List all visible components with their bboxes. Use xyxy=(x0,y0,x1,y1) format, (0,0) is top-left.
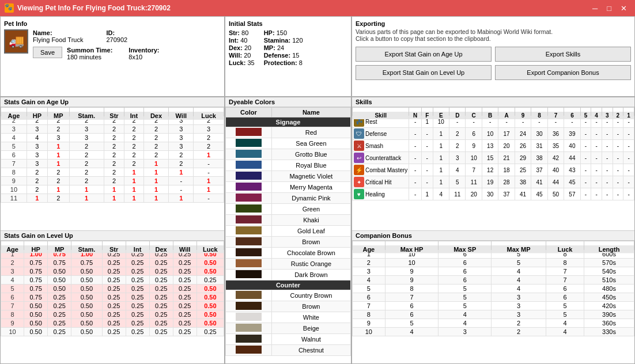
table-cell: 4 xyxy=(1,134,27,142)
table-cell: 0.25 xyxy=(149,318,173,327)
table-cell: 9 xyxy=(1,177,27,185)
skill-value-cell: 38 xyxy=(515,176,531,188)
stat-label: Luck: xyxy=(229,59,245,66)
table-cell: 3 xyxy=(27,142,47,151)
skill-value-cell: - xyxy=(613,128,623,140)
table-row: 631222221 xyxy=(1,151,224,160)
companion-cell: 420s xyxy=(584,301,634,310)
table-row: 70.500.250.500.250.250.250.250.50 xyxy=(1,301,224,310)
skill-value-cell: 35 xyxy=(547,140,564,152)
table-cell: 1 xyxy=(143,185,169,194)
skill-value-cell: - xyxy=(591,176,602,188)
table-cell: 0.75 xyxy=(24,284,48,293)
color-swatch xyxy=(236,215,262,223)
companion-cell: 6 xyxy=(439,258,492,267)
skill-value-cell: 3 xyxy=(449,152,466,164)
companion-row: 67536450s xyxy=(353,293,634,301)
maximize-button[interactable]: □ xyxy=(603,3,615,14)
skill-value-cell: 13 xyxy=(482,140,498,152)
table-cell: 0.50 xyxy=(71,301,102,310)
export-companion-button[interactable]: Export Companion Bonus xyxy=(495,65,631,80)
stat-row: Stamina: 120 xyxy=(264,37,303,44)
color-row: Gold Leaf xyxy=(226,226,351,237)
color-swatch-cell xyxy=(226,301,272,312)
table-cell: 1 xyxy=(124,177,143,185)
companion-cell: 3 xyxy=(492,293,546,301)
export-age-up-button[interactable]: Export Stat Gain on Age Up xyxy=(356,47,492,62)
skill-value-cell: 1 xyxy=(421,188,433,200)
stat-value: 40 xyxy=(240,37,247,44)
skill-value-cell: 43 xyxy=(564,164,580,176)
export-skills-button[interactable]: Export Skills xyxy=(495,47,631,62)
table-cell: 0.25 xyxy=(126,258,149,267)
skill-value-cell: 15 xyxy=(482,152,498,164)
table-cell: 3 xyxy=(169,142,194,151)
table-cell: 0.25 xyxy=(126,318,149,327)
dyeable-scroll[interactable]: Color Name SignageRedSea GreenGrotto Blu… xyxy=(225,107,351,363)
table-cell: 1 xyxy=(194,177,224,185)
table-header: Age xyxy=(1,111,27,120)
color-row: Walnut xyxy=(226,334,351,345)
table-cell: 0.75 xyxy=(24,267,48,275)
stat-value: 35 xyxy=(247,59,254,66)
table-cell: 0.25 xyxy=(102,293,126,301)
color-section-header: Signage xyxy=(226,117,351,127)
stat-label: Dex: xyxy=(229,44,243,51)
table-cell: 1 xyxy=(69,185,104,194)
skill-value-cell: 17 xyxy=(498,128,515,140)
companion-cell: 10 xyxy=(353,327,385,336)
table-cell: 2 xyxy=(69,168,104,177)
stat-label: Protection: xyxy=(264,59,297,66)
table-cell: 2 xyxy=(104,160,124,168)
table-cell: 2 xyxy=(124,142,143,151)
table-cell: 0.25 xyxy=(102,267,126,275)
table-cell: 1 xyxy=(69,194,104,203)
table-cell: 0.50 xyxy=(24,327,48,336)
minimize-button[interactable]: ─ xyxy=(589,3,601,14)
table-cell: - xyxy=(194,168,224,177)
table-cell: 1 xyxy=(104,194,124,203)
stat-value: 8 xyxy=(299,59,303,66)
table-cell: 0.75 xyxy=(24,258,48,267)
age-up-table: AgeHPMPStam.StrIntDexWillLuck22222223233… xyxy=(1,107,224,203)
skill-value-cell: 40 xyxy=(547,164,564,176)
companion-cell: 6 xyxy=(546,284,584,293)
table-cell: 0.50 xyxy=(71,327,102,336)
companion-header: Companion Bonus xyxy=(352,231,634,241)
color-swatch-cell xyxy=(226,138,272,149)
skill-value-cell: 38 xyxy=(531,152,547,164)
exporting-desc1: Various parts of this page can be export… xyxy=(356,28,631,35)
companion-header: Luck xyxy=(546,245,584,253)
level-up-section: Stats Gain on Level Up AgeHPMPStam.StrIn… xyxy=(1,231,224,364)
table-cell: 0.75 xyxy=(24,275,48,284)
color-swatch-cell xyxy=(226,193,272,204)
skills-header: 4 xyxy=(591,111,602,119)
color-swatch-cell xyxy=(226,127,272,138)
table-cell: 0.50 xyxy=(24,301,48,310)
close-button[interactable]: ✕ xyxy=(617,3,630,14)
table-header: Str xyxy=(104,111,124,120)
table-cell: 0.25 xyxy=(48,318,71,327)
skill-value-cell: 1 xyxy=(433,176,449,188)
companion-cell: 390s xyxy=(584,310,634,318)
skills-header: C xyxy=(466,111,482,119)
table-header: HP xyxy=(24,245,48,253)
table-cell: 1 xyxy=(194,151,224,160)
table-cell: 3 xyxy=(194,125,224,134)
companion-row: 49647510s xyxy=(353,275,634,284)
color-name: Dark Brown xyxy=(271,270,350,280)
color-row: Green xyxy=(226,204,351,215)
stat-value: 24 xyxy=(277,44,284,51)
table-cell: 0.25 xyxy=(149,275,173,284)
table-cell: 1 xyxy=(104,185,124,194)
skill-value-cell: - xyxy=(580,176,591,188)
companion-cell: 8 xyxy=(385,284,439,293)
color-name: Gold Leaf xyxy=(271,226,350,237)
save-button[interactable]: Save xyxy=(33,47,62,58)
export-level-up-button[interactable]: Export Stat Gain on Level Up xyxy=(356,65,492,80)
exporting-panel: Exporting Various parts of this page can… xyxy=(351,16,635,97)
table-cell: 0.50 xyxy=(71,275,102,284)
table-cell: 0.25 xyxy=(196,327,224,336)
skill-value-cell: 18 xyxy=(498,164,515,176)
color-row: Grotto Blue xyxy=(226,149,351,160)
